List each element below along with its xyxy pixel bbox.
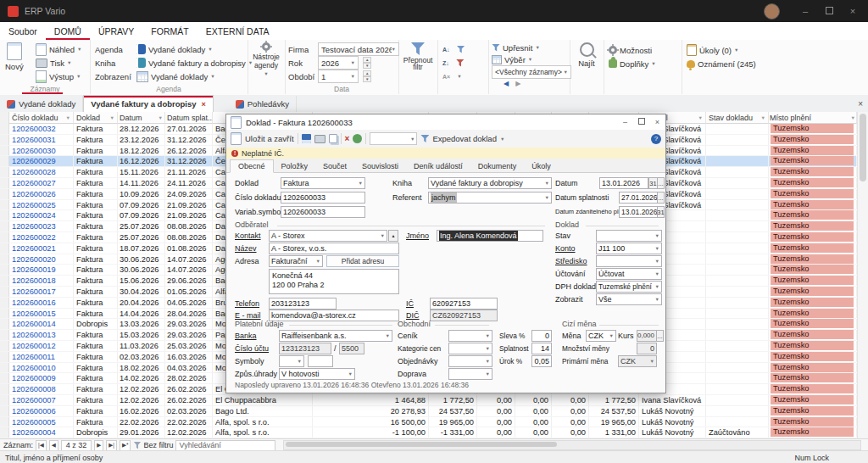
horizontal-scrollbar[interactable]: [283, 440, 861, 450]
tab-vydane-doklady[interactable]: Vydané doklady: [0, 96, 83, 112]
filter-selection-icon[interactable]: [457, 46, 465, 53]
zpusob-uhrady-select[interactable]: V hotovosti▼: [279, 368, 355, 380]
tab-externi-data[interactable]: EXTERNÍ DATA: [198, 22, 278, 40]
scrollbar-thumb[interactable]: [860, 114, 866, 181]
nazev-field[interactable]: A - Storex, v.o.s.: [269, 243, 399, 254]
doprava-select[interactable]: ▼: [448, 368, 492, 380]
zobrazeni-select[interactable]: Vydané doklady: [151, 72, 208, 81]
adresa-box[interactable]: Konečná 44 120 00 Praha 2: [269, 269, 399, 294]
tasks-button[interactable]: Úkoly (0)▼: [687, 43, 756, 57]
kurs-field[interactable]: 0,000: [637, 330, 657, 342]
agenda-tools-button[interactable]: Nástroje agendy ▼: [249, 42, 283, 76]
tab-obecne[interactable]: Obecné: [230, 159, 274, 173]
tab-polozky[interactable]: Položky: [274, 160, 316, 172]
banka-label[interactable]: Banka: [235, 330, 257, 342]
mnozstvi-meny-field[interactable]: 0: [637, 343, 657, 354]
previous-record-button[interactable]: ◀: [49, 440, 58, 451]
selection-button[interactable]: Výběr▼: [492, 53, 571, 65]
print-button[interactable]: Tisk▼: [36, 56, 82, 70]
expedovat-caret[interactable]: ▼: [500, 137, 504, 142]
copy-icon[interactable]: [329, 134, 337, 143]
advanced-filter-button[interactable]: Upřesnit▼: [492, 42, 571, 53]
close-button[interactable]: ×: [843, 1, 863, 21]
dialog-titlebar[interactable]: Doklad - Faktura 1202600033 – ×: [226, 114, 665, 131]
dph-doklad-select[interactable]: Tuzemské plnění▼: [596, 281, 662, 293]
dzp-calendar-button[interactable]: 31: [657, 206, 665, 218]
save-icon[interactable]: [302, 134, 311, 143]
symbol-select-1[interactable]: ▼: [279, 355, 304, 367]
email-field[interactable]: komendova@a-storex.cz: [269, 310, 399, 321]
delete-icon[interactable]: ×: [345, 134, 350, 143]
cislo-dokladu-field[interactable]: 1202600033: [281, 192, 365, 204]
konto-label[interactable]: Konto: [555, 243, 576, 254]
search-input[interactable]: Vyhledávání: [175, 440, 275, 451]
toggle-filter-button[interactable]: Přepnoutfiltr: [401, 42, 435, 70]
telefon-field[interactable]: 203123123: [269, 298, 337, 310]
stredisko-label[interactable]: Středisko: [555, 255, 587, 267]
kontakt-up-button[interactable]: ▲: [388, 230, 398, 242]
konto-select[interactable]: J11 100▼: [596, 243, 662, 254]
firma-select[interactable]: Testovací data 2026▼: [318, 42, 399, 56]
sort-asc-button[interactable]: A↓: [442, 47, 450, 53]
clear-filter-icon[interactable]: [456, 59, 465, 67]
user-avatar[interactable]: [764, 3, 780, 20]
kniha-select[interactable]: Vydané faktury a dobropisy▼: [428, 177, 552, 189]
referent-select[interactable]: jachym▼: [428, 192, 552, 204]
nazev-label[interactable]: Název: [235, 243, 257, 254]
table-row[interactable]: 1202600006Faktura16.02.202602.03.2026Bag…: [0, 406, 856, 417]
toolbar-combo[interactable]: ▼: [370, 132, 417, 145]
ic-label[interactable]: IČ: [406, 298, 414, 310]
tab-vydane-faktury[interactable]: Vydané faktury a dobropisy ×: [83, 95, 214, 112]
telefon-label[interactable]: Telefon: [235, 298, 259, 310]
last-record-button[interactable]: ▶|: [106, 440, 117, 451]
filter-menu-caret[interactable]: ▼: [457, 74, 461, 79]
kontakt-select[interactable]: A - Storex▼: [269, 230, 387, 242]
notifications-button[interactable]: Oznámení (245): [687, 57, 756, 70]
prev-record-button[interactable]: ◀: [504, 80, 509, 87]
column-header[interactable]: Datum splat...▼: [165, 112, 213, 124]
refresh-icon[interactable]: [353, 134, 362, 143]
dialog-maximize-button[interactable]: [633, 115, 649, 130]
tab-soubor[interactable]: Soubor: [0, 22, 46, 40]
sort-desc-button[interactable]: Z↓: [442, 60, 449, 66]
dic-field[interactable]: CZ620927153: [430, 310, 498, 321]
expedovat-filter-icon[interactable]: [420, 135, 429, 142]
column-header[interactable]: Stav dokladu▼: [706, 112, 769, 124]
cislo-uctu-label[interactable]: Číslo účtu: [235, 343, 269, 354]
addons-button[interactable]: Doplňky▼: [609, 57, 656, 70]
close-tab-icon[interactable]: ×: [202, 100, 206, 109]
ic-field[interactable]: 620927153: [430, 298, 498, 310]
urok-field[interactable]: 0,05: [531, 355, 552, 367]
output-button[interactable]: Výstup▼: [36, 70, 82, 83]
options-button[interactable]: Možnosti: [609, 43, 656, 57]
table-row[interactable]: 1202600005Faktura22.02.202622.02.2026Alf…: [0, 417, 856, 428]
datum-dzp-field[interactable]: 13.01.2026: [619, 206, 658, 218]
mena-select[interactable]: CZK▼: [586, 330, 616, 342]
expedovat-button[interactable]: Expedovat doklad: [432, 134, 497, 143]
kniha-select[interactable]: Vydané faktury a dobropisy: [148, 59, 246, 68]
banka-kod-field[interactable]: 5500: [339, 343, 364, 354]
close-list-button[interactable]: ×: [853, 99, 868, 109]
rok-input[interactable]: 2026▼: [318, 56, 359, 70]
sleva-field[interactable]: 0: [531, 330, 552, 342]
jmeno-field[interactable]: Ing. Alena Komendová: [437, 230, 543, 242]
tab-pohledavky[interactable]: Pohledávky: [229, 96, 297, 112]
kategorie-cen-select[interactable]: ▼: [448, 343, 492, 354]
records-scope-select[interactable]: <Všechny záznamy>▼: [492, 65, 571, 79]
save-close-button[interactable]: Uložit a zavřít: [245, 134, 294, 143]
new-record-button[interactable]: Nový: [5, 42, 24, 71]
symbol-select-2[interactable]: [308, 355, 333, 367]
primarni-mena-field[interactable]: CZK▼: [618, 355, 657, 367]
jmeno-label[interactable]: Jméno: [406, 230, 429, 242]
hscroll-thumb[interactable]: [286, 442, 557, 447]
agenda-select[interactable]: Vydané doklady: [148, 45, 205, 54]
banka-select[interactable]: Raiffeisenbank a.s.▼: [279, 330, 392, 342]
splatnost-more-button[interactable]: ...: [657, 192, 665, 204]
datum-more-button[interactable]: ...: [657, 177, 665, 189]
minimize-button[interactable]: –: [795, 1, 815, 21]
tab-domu[interactable]: DOMŮ: [46, 22, 90, 40]
cislo-uctu-field[interactable]: 123123123: [279, 343, 331, 354]
first-record-button[interactable]: |◀: [36, 440, 47, 451]
next-record-button[interactable]: ▶: [515, 80, 520, 87]
cenik-select[interactable]: ▼: [448, 330, 492, 342]
